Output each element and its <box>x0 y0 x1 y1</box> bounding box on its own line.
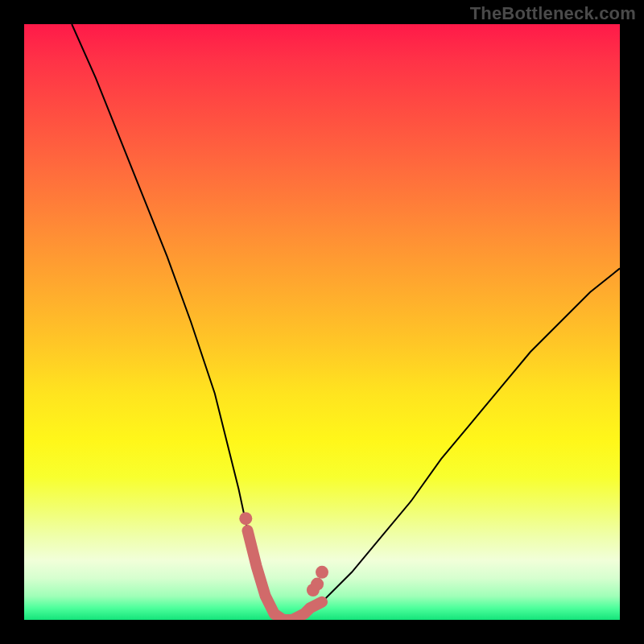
plot-area <box>24 24 620 620</box>
chart-frame: TheBottleneck.com <box>0 0 644 644</box>
marker-dot <box>316 566 328 579</box>
curve-layer <box>24 24 620 620</box>
marker-dot <box>311 578 324 591</box>
bottleneck-curve <box>72 24 620 620</box>
bottom-marker-segment <box>248 530 323 620</box>
marker-dot <box>239 512 252 525</box>
watermark-text: TheBottleneck.com <box>470 3 636 24</box>
